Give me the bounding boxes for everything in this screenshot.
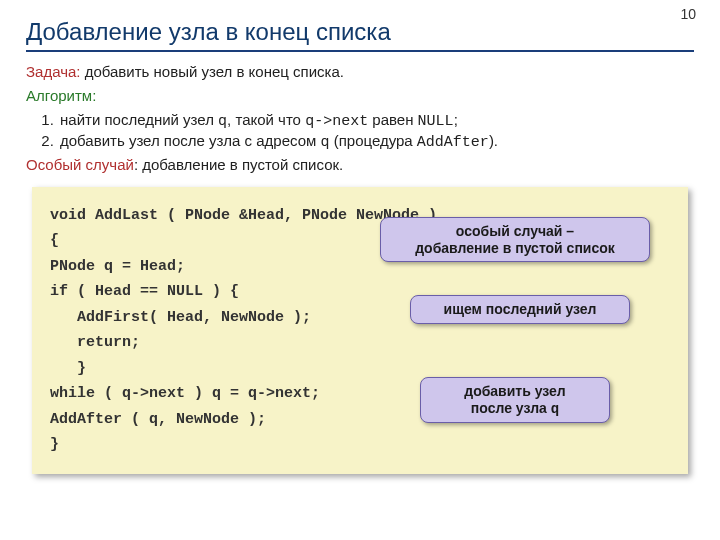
task-text: добавить новый узел в конец списка.: [81, 63, 344, 80]
task-line: Задача: добавить новый узел в конец спис…: [26, 62, 694, 82]
text: равен: [368, 111, 417, 128]
code-block: void AddLast ( PNode &Head, PNode NewNod…: [32, 187, 688, 474]
text: ).: [489, 132, 498, 149]
code-inline: q: [551, 401, 559, 417]
code-line: }: [50, 432, 670, 458]
text: после узла: [471, 400, 551, 416]
callout-find-last: ищем последний узел: [410, 295, 630, 324]
text: добавить узел после узла с адресом: [60, 132, 321, 149]
special-text: : добавление в пустой список.: [134, 156, 343, 173]
list-item: найти последний узел q, такой что q->nex…: [58, 111, 694, 130]
text: ;: [454, 111, 458, 128]
callout-add-after: добавить узел после узла q: [420, 377, 610, 424]
algo-label-line: Алгоритм:: [26, 86, 694, 106]
text: найти последний узел: [60, 111, 218, 128]
algo-list: найти последний узел q, такой что q->nex…: [36, 111, 694, 151]
text: особый случай –: [456, 223, 574, 239]
text: добавление в пустой список: [415, 240, 615, 256]
algo-label: Алгоритм:: [26, 87, 96, 104]
text: ищем последний узел: [444, 301, 597, 317]
task-label: Задача:: [26, 63, 81, 80]
code-line: return;: [50, 330, 670, 356]
special-label: Особый случай: [26, 156, 134, 173]
code-inline: NULL: [418, 113, 454, 130]
page-title: Добавление узла в конец списка: [26, 18, 694, 46]
text: добавить узел: [464, 383, 566, 399]
code-inline: AddAfter: [417, 134, 489, 151]
text: (процедура: [330, 132, 417, 149]
callout-special-case: особый случай – добавление в пустой спис…: [380, 217, 650, 263]
text: , такой что: [227, 111, 305, 128]
special-line: Особый случай: добавление в пустой списо…: [26, 155, 694, 175]
code-inline: q: [321, 134, 330, 151]
page-number: 10: [680, 6, 696, 22]
code-inline: q->next: [305, 113, 368, 130]
list-item: добавить узел после узла с адресом q (пр…: [58, 132, 694, 151]
code-inline: q: [218, 113, 227, 130]
title-rule: [26, 50, 694, 52]
slide: Добавление узла в конец списка Задача: д…: [0, 0, 720, 474]
